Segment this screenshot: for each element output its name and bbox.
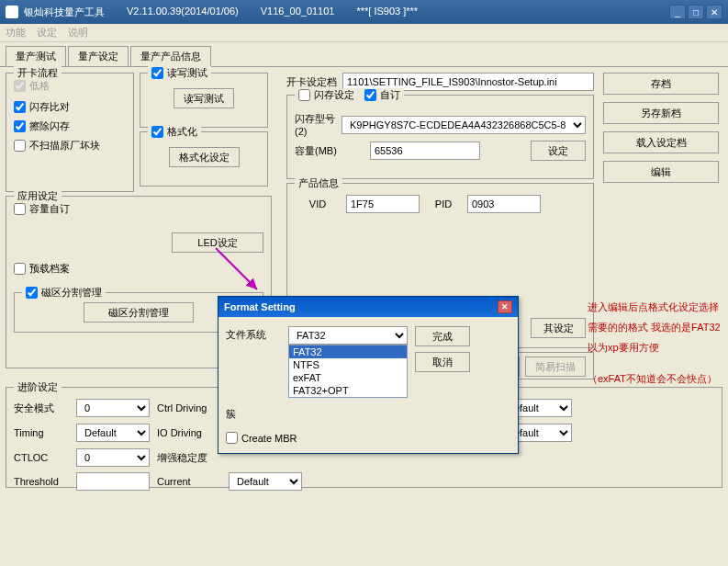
menu-func[interactable]: 功能: [6, 26, 26, 40]
save-as-button[interactable]: 另存新档: [603, 102, 719, 124]
lowlevel-checkbox: 低格: [14, 79, 126, 93]
filesystem-select[interactable]: FAT32: [288, 326, 408, 345]
rwtest-button[interactable]: 读写测试: [174, 88, 234, 108]
safemode-label: 安全模式: [14, 402, 69, 415]
format-setting-dialog: Format Setting ✕ 文件系统 FAT32 FAT32 NTFS e…: [218, 296, 519, 454]
timing-label: Timing: [14, 427, 69, 438]
edit-button[interactable]: 编辑: [603, 161, 719, 183]
partition-mgr-button[interactable]: 磁区分割管理: [84, 302, 194, 323]
timing-select[interactable]: Default: [76, 424, 150, 442]
filesystem-listbox[interactable]: FAT32 NTFS exFAT FAT32+OPT: [288, 345, 408, 398]
window-title: 银灿科技量产工具 V2.11.00.39(2014/01/06) V116_00…: [24, 6, 669, 19]
maximize-button[interactable]: □: [688, 5, 704, 19]
vid-input[interactable]: [346, 195, 420, 213]
flash-set-checkbox[interactable]: 闪存设定: [298, 88, 354, 102]
load-button[interactable]: 载入设定档: [603, 131, 719, 153]
fs-option-exfat[interactable]: exFAT: [289, 371, 407, 384]
advanced-settings-legend: 进阶设定: [14, 380, 62, 394]
pid-input[interactable]: [467, 195, 541, 213]
threshold-input[interactable]: [76, 472, 150, 491]
window-titlebar: 银灿科技量产工具 V2.11.00.39(2014/01/06) V116_00…: [0, 0, 728, 24]
flash-model-select[interactable]: K9PHGY8S7C-ECDEDEA4A432326868C5C5-8: [342, 116, 586, 134]
ctrldrv-label: Ctrl Driving: [157, 402, 221, 413]
tab-mp-settings[interactable]: 量产设定: [68, 46, 129, 66]
format-settings-button[interactable]: 格式化设定: [169, 147, 240, 167]
annotation-text: 进入编辑后点格式化设定选择需要的的格式 我选的是FAT32以为xp要用方便 （e…: [588, 297, 723, 400]
current-select[interactable]: Default: [229, 472, 302, 491]
right-button-panel: 存档 另存新档 载入设定档 编辑: [603, 73, 719, 190]
save-button[interactable]: 存档: [603, 73, 719, 95]
capacity-custom-checkbox[interactable]: 容量自订: [14, 202, 263, 216]
setting-file-label: 开卡设定档: [286, 75, 337, 89]
ctloc-select[interactable]: 0: [76, 448, 150, 467]
open-flow-legend: 开卡流程: [14, 66, 62, 80]
tab-mp-test[interactable]: 量产测试: [6, 46, 66, 66]
erase-flash-checkbox[interactable]: 擦除闪存: [14, 119, 126, 133]
dialog-close-button[interactable]: ✕: [498, 300, 512, 313]
dialog-cancel-button[interactable]: 取消: [415, 352, 470, 372]
app-settings-legend: 应用设定: [14, 189, 62, 203]
current-label: Current: [157, 476, 221, 487]
other-set-button[interactable]: 其设定: [531, 318, 586, 338]
stability-label: 增强稳定度: [157, 451, 221, 465]
flash-compare-checkbox[interactable]: 闪存比对: [14, 100, 126, 114]
ctloc-label: CTLOC: [14, 452, 69, 463]
tab-mp-product-info[interactable]: 量产产品信息: [130, 46, 211, 66]
menubar: 功能 设定 说明: [0, 24, 728, 42]
close-button[interactable]: ✕: [706, 5, 722, 19]
custom-checkbox[interactable]: 自订: [364, 88, 400, 102]
cluster-label: 簇: [226, 405, 281, 421]
create-mbr-checkbox[interactable]: Create MBR: [226, 432, 510, 444]
flash-model-label: 闪存型号(2): [295, 112, 336, 137]
threshold-label: Threshold: [14, 476, 69, 487]
led-settings-button[interactable]: LED设定: [172, 232, 263, 253]
dialog-titlebar: Format Setting ✕: [218, 297, 518, 317]
menu-set[interactable]: 设定: [37, 26, 57, 40]
dialog-done-button[interactable]: 完成: [415, 326, 470, 346]
capacity-input[interactable]: [370, 142, 480, 160]
fs-option-fat32opt[interactable]: FAT32+OPT: [289, 384, 407, 397]
vid-label: VID: [295, 198, 341, 209]
rwtest-checkbox[interactable]: 读写测试: [148, 66, 211, 80]
flash-settings-group: 闪存设定 自订 闪存型号(2) K9PHGY8S7C-ECDEDEA4A4323…: [286, 95, 594, 179]
iodrv-label: IO Driving: [157, 427, 221, 438]
product-info-legend: 产品信息: [295, 176, 342, 190]
noscan-badblock-checkbox[interactable]: 不扫描原厂坏块: [14, 139, 126, 153]
tabs: 量产测试 量产设定 量产产品信息: [0, 42, 728, 66]
app-icon: [6, 6, 18, 18]
rwtest-group: 读写测试 读写测试: [140, 73, 268, 128]
fs-option-fat32[interactable]: FAT32: [289, 345, 407, 358]
filesystem-label: 文件系统: [226, 326, 281, 342]
flash-set-button[interactable]: 设定: [531, 141, 586, 161]
minimize-button[interactable]: _: [669, 5, 686, 19]
capacity-label: 容量(MB): [295, 144, 364, 158]
fs-option-ntfs[interactable]: NTFS: [289, 358, 407, 371]
format-group: 格式化 格式化设定: [140, 131, 268, 187]
safemode-select[interactable]: 0: [76, 399, 150, 417]
simple-scan-button: 简易扫描: [525, 357, 586, 377]
menu-help[interactable]: 说明: [68, 26, 88, 40]
preload-checkbox[interactable]: 预载档案: [14, 262, 263, 276]
pid-label: PID: [425, 198, 462, 209]
open-flow-group: 开卡流程 低格 闪存比对 擦除闪存 不扫描原厂坏块: [6, 73, 134, 192]
partition-mgr-checkbox[interactable]: 磁区分割管理: [22, 286, 106, 300]
format-checkbox[interactable]: 格式化: [148, 125, 201, 139]
